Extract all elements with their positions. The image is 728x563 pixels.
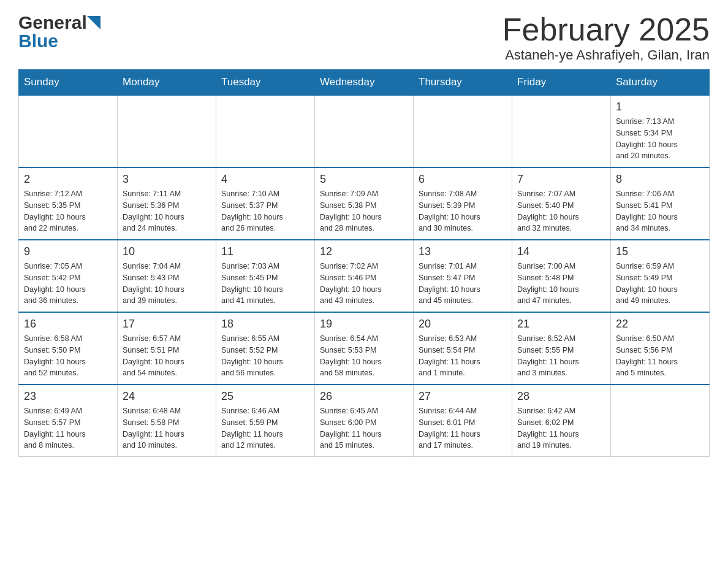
day-info: Sunrise: 6:50 AMSunset: 5:56 PMDaylight:… [616,333,704,379]
calendar-day-cell [19,95,118,167]
day-info: Sunrise: 7:12 AMSunset: 5:35 PMDaylight:… [24,188,112,234]
day-info: Sunrise: 7:03 AMSunset: 5:45 PMDaylight:… [221,261,309,307]
day-info: Sunrise: 7:00 AMSunset: 5:48 PMDaylight:… [517,261,605,307]
calendar-day-cell: 9Sunrise: 7:05 AMSunset: 5:42 PMDaylight… [19,240,118,312]
calendar-day-cell: 23Sunrise: 6:49 AMSunset: 5:57 PMDayligh… [19,385,118,457]
day-info: Sunrise: 7:05 AMSunset: 5:42 PMDaylight:… [24,261,112,307]
calendar-day-cell: 2Sunrise: 7:12 AMSunset: 5:35 PMDaylight… [19,167,118,240]
day-info: Sunrise: 7:07 AMSunset: 5:40 PMDaylight:… [517,188,605,234]
calendar-day-cell: 4Sunrise: 7:10 AMSunset: 5:37 PMDaylight… [216,167,315,240]
logo-arrow-icon [87,16,100,29]
day-number: 26 [320,390,408,403]
day-number: 15 [616,245,704,258]
calendar-day-cell: 26Sunrise: 6:45 AMSunset: 6:00 PMDayligh… [315,385,414,457]
day-info: Sunrise: 7:06 AMSunset: 5:41 PMDaylight:… [616,188,704,234]
day-info: Sunrise: 7:02 AMSunset: 5:46 PMDaylight:… [320,261,408,307]
day-info: Sunrise: 6:54 AMSunset: 5:53 PMDaylight:… [320,333,408,379]
calendar-day-cell: 18Sunrise: 6:55 AMSunset: 5:52 PMDayligh… [216,312,315,385]
day-of-week-header: Thursday [414,70,512,96]
day-number: 3 [123,173,211,186]
logo: General Blue [18,12,100,52]
day-info: Sunrise: 6:58 AMSunset: 5:50 PMDaylight:… [24,333,112,379]
calendar-day-cell [414,95,512,167]
svg-marker-0 [87,16,100,29]
day-number: 11 [221,245,309,258]
title-block: February 2025 Astaneh-ye Ashrafiyeh, Gil… [502,12,710,63]
day-number: 2 [24,173,112,186]
calendar-day-cell: 10Sunrise: 7:04 AMSunset: 5:43 PMDayligh… [118,240,216,312]
calendar-day-cell: 8Sunrise: 7:06 AMSunset: 5:41 PMDaylight… [611,167,710,240]
day-number: 13 [419,245,507,258]
calendar-day-cell: 27Sunrise: 6:44 AMSunset: 6:01 PMDayligh… [414,385,512,457]
day-number: 28 [517,390,605,403]
calendar-day-cell: 11Sunrise: 7:03 AMSunset: 5:45 PMDayligh… [216,240,315,312]
calendar-day-cell: 16Sunrise: 6:58 AMSunset: 5:50 PMDayligh… [19,312,118,385]
day-number: 1 [616,101,704,113]
calendar-day-cell [315,95,414,167]
calendar-day-cell [216,95,315,167]
calendar-week-row: 9Sunrise: 7:05 AMSunset: 5:42 PMDaylight… [19,240,710,312]
day-number: 10 [123,245,211,258]
day-info: Sunrise: 6:42 AMSunset: 6:02 PMDaylight:… [517,405,605,451]
logo-general-text: General [18,12,87,33]
day-info: Sunrise: 7:08 AMSunset: 5:39 PMDaylight:… [419,188,507,234]
day-info: Sunrise: 6:45 AMSunset: 6:00 PMDaylight:… [320,405,408,451]
day-info: Sunrise: 7:10 AMSunset: 5:37 PMDaylight:… [221,188,309,234]
calendar-day-cell: 24Sunrise: 6:48 AMSunset: 5:58 PMDayligh… [118,385,216,457]
calendar-table: SundayMondayTuesdayWednesdayThursdayFrid… [18,69,710,457]
day-info: Sunrise: 7:01 AMSunset: 5:47 PMDaylight:… [419,261,507,307]
calendar-day-cell: 12Sunrise: 7:02 AMSunset: 5:46 PMDayligh… [315,240,414,312]
calendar-title: February 2025 [502,12,710,47]
day-number: 16 [24,318,112,331]
day-info: Sunrise: 7:04 AMSunset: 5:43 PMDaylight:… [123,261,211,307]
day-of-week-header: Friday [512,70,611,96]
logo-blue-text: Blue [18,31,58,52]
calendar-day-cell: 7Sunrise: 7:07 AMSunset: 5:40 PMDaylight… [512,167,611,240]
calendar-day-cell: 25Sunrise: 6:46 AMSunset: 5:59 PMDayligh… [216,385,315,457]
calendar-day-cell: 22Sunrise: 6:50 AMSunset: 5:56 PMDayligh… [611,312,710,385]
calendar-day-cell: 6Sunrise: 7:08 AMSunset: 5:39 PMDaylight… [414,167,512,240]
day-of-week-header: Sunday [19,70,118,96]
day-of-week-header: Saturday [611,70,710,96]
calendar-day-cell: 19Sunrise: 6:54 AMSunset: 5:53 PMDayligh… [315,312,414,385]
day-number: 27 [419,390,507,403]
day-info: Sunrise: 6:53 AMSunset: 5:54 PMDaylight:… [419,333,507,379]
day-number: 12 [320,245,408,258]
day-info: Sunrise: 6:46 AMSunset: 5:59 PMDaylight:… [221,405,309,451]
day-number: 5 [320,173,408,186]
day-of-week-header: Tuesday [216,70,315,96]
calendar-day-cell: 1Sunrise: 7:13 AMSunset: 5:34 PMDaylight… [611,95,710,167]
day-number: 21 [517,318,605,331]
day-number: 6 [419,173,507,186]
day-number: 25 [221,390,309,403]
day-info: Sunrise: 6:52 AMSunset: 5:55 PMDaylight:… [517,333,605,379]
day-of-week-header: Monday [118,70,216,96]
calendar-day-cell [512,95,611,167]
day-number: 19 [320,318,408,331]
calendar-week-row: 1Sunrise: 7:13 AMSunset: 5:34 PMDaylight… [19,95,710,167]
day-info: Sunrise: 6:44 AMSunset: 6:01 PMDaylight:… [419,405,507,451]
day-info: Sunrise: 6:57 AMSunset: 5:51 PMDaylight:… [123,333,211,379]
day-info: Sunrise: 7:13 AMSunset: 5:34 PMDaylight:… [616,116,704,162]
calendar-day-cell: 20Sunrise: 6:53 AMSunset: 5:54 PMDayligh… [414,312,512,385]
calendar-day-cell: 3Sunrise: 7:11 AMSunset: 5:36 PMDaylight… [118,167,216,240]
calendar-day-cell [611,385,710,457]
day-number: 14 [517,245,605,258]
calendar-day-cell: 28Sunrise: 6:42 AMSunset: 6:02 PMDayligh… [512,385,611,457]
day-info: Sunrise: 7:11 AMSunset: 5:36 PMDaylight:… [123,188,211,234]
calendar-day-cell [118,95,216,167]
day-number: 24 [123,390,211,403]
calendar-week-row: 2Sunrise: 7:12 AMSunset: 5:35 PMDaylight… [19,167,710,240]
calendar-week-row: 23Sunrise: 6:49 AMSunset: 5:57 PMDayligh… [19,385,710,457]
day-number: 23 [24,390,112,403]
day-number: 17 [123,318,211,331]
page-header: General Blue February 2025 Astaneh-ye As… [18,12,710,63]
day-number: 8 [616,173,704,186]
calendar-day-cell: 14Sunrise: 7:00 AMSunset: 5:48 PMDayligh… [512,240,611,312]
day-number: 18 [221,318,309,331]
calendar-day-cell: 21Sunrise: 6:52 AMSunset: 5:55 PMDayligh… [512,312,611,385]
calendar-week-row: 16Sunrise: 6:58 AMSunset: 5:50 PMDayligh… [19,312,710,385]
day-number: 7 [517,173,605,186]
calendar-day-cell: 5Sunrise: 7:09 AMSunset: 5:38 PMDaylight… [315,167,414,240]
calendar-header-row: SundayMondayTuesdayWednesdayThursdayFrid… [19,70,710,96]
